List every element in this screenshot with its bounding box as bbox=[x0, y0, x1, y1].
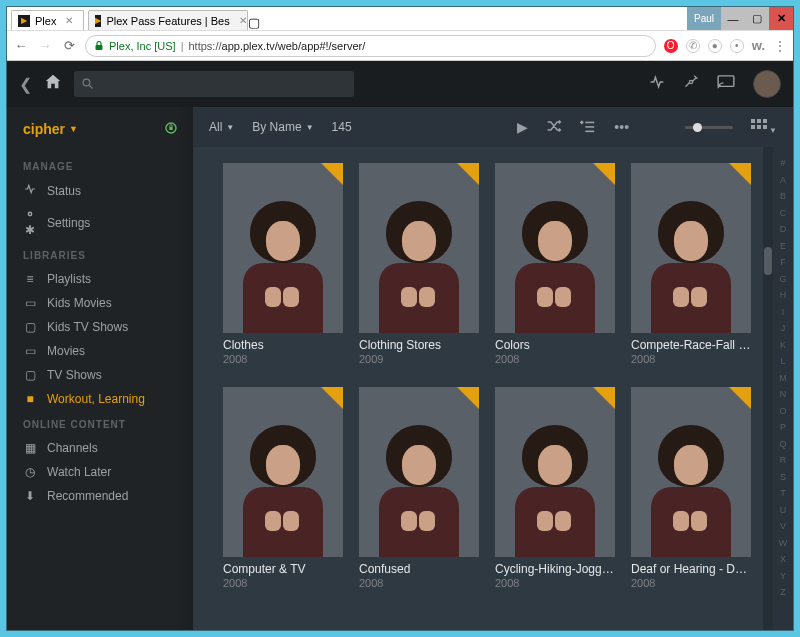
alpha-letter[interactable]: # bbox=[780, 155, 785, 172]
activity-icon bbox=[23, 183, 37, 198]
server-selector[interactable]: cipher ▼ bbox=[7, 121, 193, 153]
alpha-letter[interactable]: N bbox=[780, 386, 787, 403]
media-poster[interactable]: Computer & TV2008 bbox=[223, 387, 343, 589]
poster-thumbnail bbox=[631, 163, 751, 333]
extension-icon[interactable]: • bbox=[730, 39, 744, 53]
sidebar: cipher ▼ MANAGEStatus✱SettingsLIBRARIES≡… bbox=[7, 107, 193, 630]
alpha-letter[interactable]: G bbox=[779, 271, 786, 288]
alpha-letter[interactable]: J bbox=[781, 320, 786, 337]
play-button[interactable]: ▶ bbox=[517, 119, 528, 135]
home-icon[interactable] bbox=[44, 73, 62, 95]
sidebar-item-label: Channels bbox=[47, 441, 98, 455]
new-tab-button[interactable]: ▢ bbox=[248, 15, 260, 30]
browser-tab-plexpass[interactable]: ▶ Plex Pass Features | Bes ✕ bbox=[88, 10, 248, 30]
alpha-letter[interactable]: E bbox=[780, 238, 786, 255]
media-poster[interactable]: Cycling-Hiking-Jogging2008 bbox=[495, 387, 615, 589]
extension-icon[interactable]: ✆ bbox=[686, 39, 700, 53]
sidebar-item-playlists[interactable]: ≡Playlists bbox=[7, 267, 193, 291]
view-mode-button[interactable]: ▼ bbox=[751, 119, 777, 136]
sidebar-item-workout-learning[interactable]: ■Workout, Learning bbox=[7, 387, 193, 411]
sidebar-item-label: Playlists bbox=[47, 272, 91, 286]
alpha-letter[interactable]: R bbox=[780, 452, 787, 469]
alpha-letter[interactable]: A bbox=[780, 172, 786, 189]
alpha-letter[interactable]: K bbox=[780, 337, 786, 354]
alpha-letter[interactable]: P bbox=[780, 419, 786, 436]
sidebar-item-tv-shows[interactable]: ▢TV Shows bbox=[7, 363, 193, 387]
tv-icon: ▢ bbox=[23, 368, 37, 382]
sidebar-item-settings[interactable]: ✱Settings bbox=[7, 203, 193, 242]
sidebar-item-watch-later[interactable]: ◷Watch Later bbox=[7, 460, 193, 484]
sidebar-item-channels[interactable]: ▦Channels bbox=[7, 436, 193, 460]
alpha-letter[interactable]: L bbox=[780, 353, 785, 370]
alpha-letter[interactable]: Q bbox=[779, 436, 786, 453]
window-close-button[interactable]: ✕ bbox=[769, 7, 793, 30]
sidebar-item-kids-movies[interactable]: ▭Kids Movies bbox=[7, 291, 193, 315]
close-icon[interactable]: ✕ bbox=[65, 15, 73, 26]
extension-icon[interactable]: ● bbox=[708, 39, 722, 53]
add-to-queue-button[interactable] bbox=[580, 119, 596, 136]
extension-icon[interactable]: w. bbox=[752, 38, 765, 53]
alpha-letter[interactable]: W bbox=[779, 535, 788, 552]
alpha-letter[interactable]: B bbox=[780, 188, 786, 205]
sidebar-item-label: Workout, Learning bbox=[47, 392, 145, 406]
sort-dropdown[interactable]: By Name ▼ bbox=[252, 120, 313, 134]
alpha-letter[interactable]: C bbox=[780, 205, 787, 222]
media-poster[interactable]: Clothes2008 bbox=[223, 163, 343, 365]
maximize-button[interactable]: ▢ bbox=[745, 7, 769, 30]
media-poster[interactable]: Clothing Stores2009 bbox=[359, 163, 479, 365]
search-input[interactable] bbox=[74, 71, 354, 97]
browser-tab-plex[interactable]: ▶ Plex ✕ bbox=[11, 10, 84, 30]
user-badge[interactable]: Paul bbox=[687, 7, 721, 30]
chrome-menu-icon[interactable]: ⋮ bbox=[773, 39, 787, 53]
sidebar-item-kids-tv-shows[interactable]: ▢Kids TV Shows bbox=[7, 315, 193, 339]
nav-forward-button[interactable]: → bbox=[37, 38, 53, 53]
user-avatar[interactable] bbox=[753, 70, 781, 98]
sidebar-item-recommended[interactable]: ⬇Recommended bbox=[7, 484, 193, 508]
url-field[interactable]: Plex, Inc [US] | https://app.plex.tv/web… bbox=[85, 35, 656, 57]
scrollbar[interactable] bbox=[763, 147, 773, 630]
plex-favicon-icon: ▶ bbox=[18, 15, 30, 27]
alpha-letter[interactable]: I bbox=[782, 304, 785, 321]
media-poster[interactable]: Confused2008 bbox=[359, 387, 479, 589]
url-path: https://app.plex.tv/web/app#!/server/ bbox=[189, 40, 366, 52]
filter-dropdown[interactable]: All ▼ bbox=[209, 120, 234, 134]
alpha-letter[interactable]: Z bbox=[780, 584, 786, 601]
alpha-letter[interactable]: V bbox=[780, 518, 786, 535]
media-poster[interactable]: Compete-Race-Fall B...2008 bbox=[631, 163, 751, 365]
poster-thumbnail bbox=[495, 387, 615, 557]
extension-icon[interactable]: O bbox=[664, 39, 678, 53]
sidebar-section-header: LIBRARIES bbox=[7, 242, 193, 267]
poster-title: Cycling-Hiking-Jogging bbox=[495, 562, 615, 576]
close-icon[interactable]: ✕ bbox=[239, 15, 247, 26]
alpha-letter[interactable]: H bbox=[780, 287, 787, 304]
alpha-letter[interactable]: S bbox=[780, 469, 786, 486]
shuffle-button[interactable] bbox=[546, 119, 562, 136]
alpha-letter[interactable]: F bbox=[780, 254, 786, 271]
alpha-letter[interactable]: U bbox=[780, 502, 787, 519]
nav-back-icon[interactable]: ❮ bbox=[19, 75, 32, 94]
settings-icon[interactable] bbox=[683, 74, 699, 94]
more-options-button[interactable]: ••• bbox=[614, 119, 629, 135]
media-poster[interactable]: Colors2008 bbox=[495, 163, 615, 365]
svg-rect-13 bbox=[757, 119, 761, 123]
cast-icon[interactable] bbox=[717, 75, 735, 93]
nav-back-button[interactable]: ← bbox=[13, 38, 29, 53]
activity-icon[interactable] bbox=[649, 74, 665, 94]
alpha-letter[interactable]: D bbox=[780, 221, 787, 238]
plex-favicon-icon: ▶ bbox=[95, 15, 101, 27]
sidebar-item-status[interactable]: Status bbox=[7, 178, 193, 203]
media-poster[interactable]: Deaf or Hearing - Do ...2008 bbox=[631, 387, 751, 589]
unwatched-corner-icon bbox=[729, 387, 751, 409]
sidebar-item-label: Kids TV Shows bbox=[47, 320, 128, 334]
zoom-slider[interactable] bbox=[685, 126, 733, 129]
alpha-letter[interactable]: X bbox=[780, 551, 786, 568]
unwatched-corner-icon bbox=[729, 163, 751, 185]
reload-button[interactable]: ⟳ bbox=[61, 38, 77, 53]
sidebar-item-movies[interactable]: ▭Movies bbox=[7, 339, 193, 363]
alpha-letter[interactable]: T bbox=[780, 485, 786, 502]
minimize-button[interactable]: — bbox=[721, 7, 745, 30]
alpha-letter[interactable]: O bbox=[779, 403, 786, 420]
alpha-letter[interactable]: Y bbox=[780, 568, 786, 585]
alpha-letter[interactable]: M bbox=[779, 370, 787, 387]
poster-title: Colors bbox=[495, 338, 615, 352]
